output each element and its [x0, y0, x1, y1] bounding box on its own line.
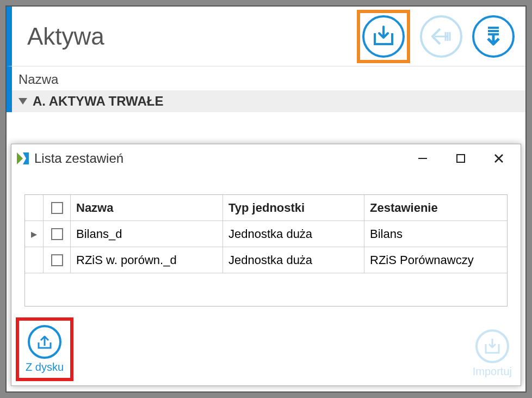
close-icon: [493, 153, 504, 164]
col-header-name[interactable]: Nazwa: [71, 195, 223, 221]
group-row[interactable]: A. AKTYWA TRWAŁE: [12, 90, 525, 112]
svg-marker-0: [17, 152, 23, 164]
dialog-table: Nazwa Typ jednostki Zestawienie ▸ Bilans…: [24, 194, 508, 307]
app-icon: [17, 152, 29, 164]
import-icon: [475, 329, 509, 363]
back-button: [420, 15, 462, 58]
select-all-checkbox[interactable]: [51, 202, 63, 214]
minimize-button[interactable]: [406, 148, 439, 169]
cell-set: Bilans: [364, 221, 507, 247]
col-header-type[interactable]: Typ jednostki: [223, 195, 364, 221]
from-disk-label: Z dysku: [26, 361, 64, 373]
column-header-name: Nazwa: [12, 66, 525, 90]
collapse-icon[interactable]: [18, 98, 27, 105]
main-header: Aktywa: [7, 7, 525, 66]
download-stack-icon: [482, 25, 504, 48]
table-empty-area: [25, 273, 507, 306]
minimize-icon: [417, 153, 428, 164]
row-marker-header: [25, 195, 44, 221]
cell-name: Bilans_d: [71, 221, 223, 247]
svg-marker-1: [23, 152, 29, 164]
cell-set: RZiS Porównawczy: [364, 247, 507, 273]
table-header-row: Nazwa Typ jednostki Zestawienie: [25, 195, 507, 221]
row-select-cell[interactable]: [44, 221, 71, 247]
table-row[interactable]: ▸ Bilans_d Jednostka duża Bilans: [25, 221, 507, 247]
table-row[interactable]: RZiS w. porówn._d Jednostka duża RZiS Po…: [25, 247, 507, 273]
dialog-footer: Z dysku Importuj: [16, 317, 516, 381]
current-row-marker: ▸: [25, 221, 44, 247]
close-button[interactable]: [482, 148, 515, 169]
header-toolbar: [357, 10, 515, 63]
upload-icon: [28, 325, 61, 359]
from-disk-button[interactable]: Z dysku: [21, 322, 68, 377]
import-dialog-button: Importuj: [468, 326, 516, 381]
back-arrow-icon: [429, 26, 453, 47]
list-dialog: Lista zestawień Nazwa Typ jednostki Zest…: [11, 144, 521, 386]
select-all-cell[interactable]: [44, 195, 71, 221]
col-header-set[interactable]: Zestawienie: [364, 195, 507, 221]
row-marker: [25, 247, 44, 273]
import-icon: [372, 26, 395, 47]
import-label: Importuj: [473, 365, 512, 378]
group-row-label: A. AKTYWA TRWAŁE: [33, 94, 163, 109]
cell-name: RZiS w. porówn._d: [71, 247, 223, 273]
row-checkbox[interactable]: [51, 228, 63, 240]
from-disk-highlight: Z dysku: [16, 317, 73, 381]
row-checkbox[interactable]: [51, 254, 63, 266]
import-button-highlight: [357, 10, 410, 63]
import-button[interactable]: [362, 15, 405, 58]
cell-type: Jednostka duża: [223, 221, 364, 247]
maximize-icon: [456, 154, 466, 163]
main-window: Aktywa: [5, 5, 527, 393]
main-content: Nazwa A. AKTYWA TRWAŁE: [7, 66, 525, 112]
maximize-button[interactable]: [444, 148, 477, 169]
cell-type: Jednostka duża: [223, 247, 364, 273]
dialog-title: Lista zestawień: [34, 151, 401, 166]
page-title: Aktywa: [27, 23, 357, 50]
dialog-titlebar: Lista zestawień: [11, 144, 521, 173]
row-select-cell[interactable]: [44, 247, 71, 273]
download-all-button[interactable]: [472, 15, 515, 58]
svg-rect-2: [457, 155, 465, 162]
